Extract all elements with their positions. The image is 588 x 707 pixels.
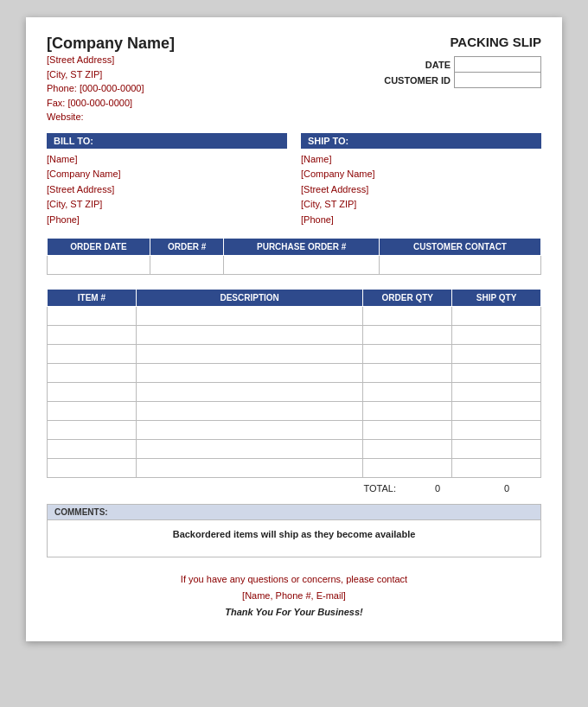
item-ship-qty-cell[interactable] (452, 307, 541, 326)
order-num-col: ORDER # (150, 239, 223, 256)
item-desc-cell[interactable] (136, 421, 363, 440)
footer-thank-you: Thank You For Your Business! (47, 604, 541, 621)
item-order-qty-cell[interactable] (363, 307, 452, 326)
item-row (48, 383, 541, 402)
total-order-qty: 0 (403, 483, 472, 494)
company-website: Website: (47, 110, 175, 124)
item-row (48, 440, 541, 459)
item-order-qty-cell[interactable] (363, 459, 452, 478)
order-date-cell[interactable] (48, 256, 150, 275)
order-date-col: ORDER DATE (48, 239, 150, 256)
comments-header: COMMENTS: (48, 505, 540, 520)
footer-line2: [Name, Phone #, E-mail] (47, 588, 541, 604)
purchase-order-col: PURCHASE ORDER # (224, 239, 380, 256)
item-ship-qty-cell[interactable] (452, 383, 541, 402)
company-phone: Phone: [000-000-0000] (47, 81, 175, 96)
item-ship-qty-cell[interactable] (452, 402, 541, 421)
company-street: [Street Address] (47, 53, 175, 67)
customer-contact-cell[interactable] (379, 256, 540, 275)
item-num-cell[interactable] (48, 402, 137, 421)
item-num-cell[interactable] (48, 345, 137, 364)
item-num-col: ITEM # (48, 290, 137, 307)
item-order-qty-cell[interactable] (363, 364, 452, 383)
ship-to-phone: [Phone] (301, 213, 541, 228)
item-num-cell[interactable] (48, 459, 137, 478)
order-qty-col: ORDER QTY (363, 290, 452, 307)
ship-qty-col: SHIP QTY (452, 290, 541, 307)
company-citystzip: [City, ST ZIP] (47, 67, 175, 82)
item-order-qty-cell[interactable] (363, 326, 452, 345)
item-row (48, 345, 541, 364)
purchase-order-cell[interactable] (224, 256, 380, 275)
bill-to-block: BILL TO: [Name] [Company Name] [Street A… (47, 133, 287, 228)
date-input[interactable] (455, 57, 541, 73)
item-row (48, 364, 541, 383)
item-num-cell[interactable] (48, 326, 137, 345)
item-row (48, 421, 541, 440)
item-row (48, 307, 541, 326)
header-right: PACKING SLIP DATE CUSTOMER ID (382, 35, 541, 88)
customer-id-input[interactable] (455, 73, 541, 88)
item-order-qty-cell[interactable] (363, 402, 452, 421)
ship-to-name: [Name] (301, 152, 541, 168)
customer-contact-col: CUSTOMER CONTACT (379, 239, 540, 256)
item-desc-cell[interactable] (136, 307, 363, 326)
items-table: ITEM # DESCRIPTION ORDER QTY SHIP QTY (47, 289, 541, 478)
customer-id-label: CUSTOMER ID (382, 73, 454, 88)
total-label: TOTAL: (47, 483, 403, 494)
address-section: BILL TO: [Name] [Company Name] [Street A… (47, 133, 541, 228)
ship-to-street: [Street Address] (301, 182, 541, 198)
company-info: [Company Name] [Street Address] [City, S… (47, 35, 175, 124)
item-ship-qty-cell[interactable] (452, 364, 541, 383)
totals-row: TOTAL: 0 0 (47, 483, 541, 494)
comments-body[interactable]: Backordered items will ship as they beco… (48, 520, 540, 557)
order-table: ORDER DATE ORDER # PURCHASE ORDER # CUST… (47, 238, 541, 275)
ship-to-block: SHIP TO: [Name] [Company Name] [Street A… (301, 133, 541, 228)
item-desc-cell[interactable] (136, 402, 363, 421)
item-ship-qty-cell[interactable] (452, 421, 541, 440)
item-desc-cell[interactable] (136, 459, 363, 478)
packing-slip-document: [Company Name] [Street Address] [City, S… (26, 17, 562, 641)
footer: If you have any questions or concerns, p… (47, 571, 541, 620)
item-desc-cell[interactable] (136, 345, 363, 364)
item-order-qty-cell[interactable] (363, 421, 452, 440)
item-order-qty-cell[interactable] (363, 440, 452, 459)
item-row (48, 326, 541, 345)
item-num-cell[interactable] (48, 307, 137, 326)
header: [Company Name] [Street Address] [City, S… (47, 35, 541, 124)
item-desc-cell[interactable] (136, 383, 363, 402)
packing-slip-title: PACKING SLIP (382, 35, 541, 49)
item-order-qty-cell[interactable] (363, 383, 452, 402)
footer-line1: If you have any questions or concerns, p… (47, 571, 541, 588)
date-customer-table: DATE CUSTOMER ID (382, 56, 541, 88)
company-name: [Company Name] (47, 35, 175, 53)
item-num-cell[interactable] (48, 421, 137, 440)
bill-to-street: [Street Address] (47, 182, 287, 198)
ship-to-company: [Company Name] (301, 167, 541, 182)
item-desc-cell[interactable] (136, 364, 363, 383)
item-ship-qty-cell[interactable] (452, 459, 541, 478)
item-num-cell[interactable] (48, 383, 137, 402)
item-desc-cell[interactable] (136, 326, 363, 345)
bill-to-company: [Company Name] (47, 167, 287, 182)
item-num-cell[interactable] (48, 364, 137, 383)
date-label: DATE (382, 57, 454, 73)
company-fax: Fax: [000-000-0000] (47, 96, 175, 111)
bill-to-phone: [Phone] (47, 213, 287, 228)
bill-to-header: BILL TO: (47, 133, 287, 149)
item-row (48, 459, 541, 478)
item-ship-qty-cell[interactable] (452, 345, 541, 364)
total-ship-qty: 0 (472, 483, 541, 494)
item-desc-cell[interactable] (136, 440, 363, 459)
item-ship-qty-cell[interactable] (452, 326, 541, 345)
item-row (48, 402, 541, 421)
description-col: DESCRIPTION (136, 290, 363, 307)
item-order-qty-cell[interactable] (363, 345, 452, 364)
bill-to-name: [Name] (47, 152, 287, 168)
item-num-cell[interactable] (48, 440, 137, 459)
ship-to-header: SHIP TO: (301, 133, 541, 149)
ship-to-citystzip: [City, ST ZIP] (301, 197, 541, 213)
order-row (48, 256, 541, 275)
order-num-cell[interactable] (150, 256, 223, 275)
item-ship-qty-cell[interactable] (452, 440, 541, 459)
